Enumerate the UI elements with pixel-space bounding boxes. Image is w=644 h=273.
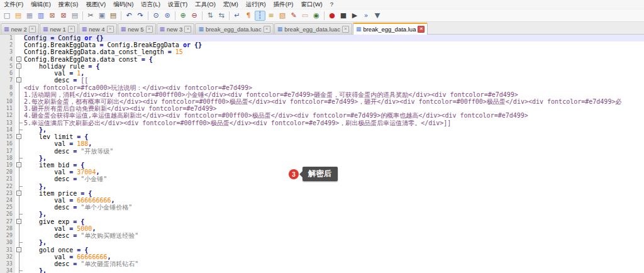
- code-line[interactable]: 33 desc = "单次砸蛋消耗钻石": [0, 260, 644, 267]
- open-folder-icon[interactable]: ▤: [13, 11, 24, 21]
- code-line[interactable]: 34 },: [0, 267, 644, 273]
- fold-collapse-icon[interactable]: -: [15, 190, 24, 197]
- indent-guide-icon[interactable]: ┆: [255, 11, 265, 21]
- menu-item-file[interactable]: 文件(F): [0, 0, 27, 9]
- menu-item-tools[interactable]: 工具(O): [191, 0, 219, 9]
- fold-collapse-icon[interactable]: -: [15, 77, 24, 84]
- fold-collapse-icon[interactable]: -: [15, 247, 24, 254]
- menu-item-language[interactable]: 语言(L): [137, 0, 164, 9]
- tab-new-4[interactable]: ▦new 4×: [79, 23, 117, 34]
- monitoring-eye-icon[interactable]: ◉: [311, 11, 322, 21]
- fold-collapse-icon[interactable]: -: [15, 218, 24, 225]
- code-line[interactable]: 25 desc = "单个小金锤价格": [0, 204, 644, 211]
- tab-break-egg-data-luac[interactable]: ▦break_egg_data.luac×: [274, 23, 352, 34]
- tab-new-3[interactable]: ▦new 3×: [157, 23, 195, 34]
- menu-item-window[interactable]: 窗口(W): [297, 0, 326, 9]
- stop-macro-icon[interactable]: ■: [338, 11, 349, 21]
- close-all-icon[interactable]: ⊠: [58, 11, 69, 21]
- code-line[interactable]: 5- holiday_rule = {: [0, 63, 644, 70]
- code-line[interactable]: 102.每次刷新金蛋，都有概率可刷出</div><div fontcolor=#…: [0, 98, 644, 105]
- tab-close-icon[interactable]: ×: [184, 26, 191, 33]
- tab-new-5[interactable]: ▦new 5×: [118, 23, 156, 34]
- tab-new-1[interactable]: ▦new 1×: [40, 23, 78, 34]
- code-line[interactable]: 135.幸运值满后下次刷新必出</div><div fontcolor=#00f…: [0, 120, 644, 126]
- editor[interactable]: 1Config = Config or {}2Config.BreakEggDa…: [0, 35, 644, 273]
- edit-pen-icon[interactable]: ✎: [289, 11, 299, 21]
- tab-close-icon[interactable]: ×: [342, 26, 349, 33]
- code-line[interactable]: 28 val = 5000,: [0, 225, 644, 232]
- save-macro-icon[interactable]: ▼: [372, 11, 383, 21]
- undo-icon[interactable]: ↶: [124, 11, 135, 21]
- play-macro-icon[interactable]: ▶: [350, 11, 360, 21]
- show-all-characters-icon[interactable]: ¶: [243, 11, 254, 21]
- run-macro-multiple-icon[interactable]: »: [361, 11, 372, 21]
- fold-collapse-icon[interactable]: -: [15, 133, 24, 140]
- menu-item-macro[interactable]: 宏(M): [219, 0, 242, 9]
- zoom-in-icon[interactable]: ⊕: [178, 11, 189, 21]
- code-line[interactable]: 7- desc = [[: [0, 77, 644, 84]
- menu-item-help[interactable]: ?: [326, 0, 337, 9]
- tab-close-icon[interactable]: ×: [264, 26, 270, 33]
- record-macro-icon[interactable]: ●: [327, 11, 338, 21]
- code-line[interactable]: 26 },: [0, 211, 644, 218]
- code-line[interactable]: 15- lev_limit = {: [0, 133, 644, 140]
- replace-icon[interactable]: ⊛: [162, 11, 173, 21]
- menu-item-view[interactable]: 视图(V): [82, 0, 109, 9]
- code-line[interactable]: 30 },: [0, 239, 644, 246]
- menu-item-run[interactable]: 运行(R): [242, 0, 270, 9]
- cut-icon[interactable]: ✂: [86, 11, 96, 21]
- fold-collapse-icon[interactable]: -: [15, 162, 24, 169]
- copy-icon[interactable]: ▣: [97, 11, 108, 21]
- code-line[interactable]: 17 desc = "开放等级": [0, 148, 644, 155]
- menu-item-encoding[interactable]: 编码(N): [109, 0, 137, 9]
- paste-icon[interactable]: ▤: [108, 11, 119, 21]
- menu-item-search[interactable]: 搜索(S): [55, 0, 82, 9]
- code-line[interactable]: 1Config = Config or {}: [0, 35, 644, 42]
- tab-new-2[interactable]: ▦new 2×: [1, 23, 39, 34]
- redo-icon[interactable]: ↷: [135, 11, 146, 21]
- tab-break-egg-data-lua[interactable]: ▦break_egg_data.lua×: [353, 23, 428, 35]
- tab-break-egg-data-luac[interactable]: ▦break_egg_data.luac×: [195, 23, 273, 34]
- tab-close-icon[interactable]: ×: [146, 26, 153, 33]
- code-line[interactable]: 6 val = 1,: [0, 70, 644, 77]
- tab-close-icon[interactable]: ×: [107, 26, 114, 33]
- code-line[interactable]: 31- gold_once = {: [0, 247, 644, 254]
- tab-close-icon[interactable]: ×: [29, 26, 36, 33]
- code-line[interactable]: 24 val = 666666666,: [0, 197, 644, 204]
- code-line[interactable]: 23- item_price = {: [0, 190, 644, 197]
- print-icon[interactable]: ▤: [70, 11, 80, 21]
- code-line[interactable]: 29 desc = "单次购买赠送经验": [0, 232, 644, 239]
- code-line[interactable]: 8<div fontcolor=#fca000>玩法说明：</div><div …: [0, 84, 644, 91]
- tab-close-icon[interactable]: ×: [68, 26, 75, 33]
- find-icon[interactable]: ⊙: [151, 11, 162, 21]
- sync-vertical-scroll-icon[interactable]: ⇅: [205, 11, 216, 21]
- tab-close-icon[interactable]: ×: [418, 26, 425, 33]
- folder-as-workspace-icon[interactable]: ▭: [300, 11, 311, 21]
- save-icon[interactable]: ▦: [25, 11, 35, 21]
- code-line[interactable]: 113.砸开所有蛋后自动免费刷新</div><div fontcolor=#e7…: [0, 105, 644, 112]
- close-icon[interactable]: ⊠: [47, 11, 58, 21]
- code-line[interactable]: 2Config.BreakEggData = Config.BreakEggDa…: [0, 42, 644, 48]
- sync-horizontal-scroll-icon[interactable]: ⇆: [216, 11, 227, 21]
- code-line[interactable]: 16 val = 188,: [0, 140, 644, 147]
- save-all-icon[interactable]: ▥: [36, 11, 47, 21]
- function-list-icon[interactable]: ≡: [266, 11, 277, 21]
- menu-item-edit[interactable]: 编辑(E): [27, 0, 55, 9]
- code-line[interactable]: 14 },: [0, 126, 644, 133]
- code-line[interactable]: 18 },: [0, 155, 644, 162]
- code-line[interactable]: 3Config.BreakEggData.data_const_length =…: [0, 48, 644, 55]
- menu-item-settings[interactable]: 设置(T): [164, 0, 191, 9]
- code-line[interactable]: 124.砸金蛋会获得幸运值,幸运值越高刷新出</div><div fontcol…: [0, 112, 644, 119]
- word-wrap-icon[interactable]: ↵: [232, 11, 243, 21]
- document-map-icon[interactable]: ▧: [277, 11, 288, 21]
- code-line[interactable]: 91.活动期间，消耗</div><div fontcolor=#00ff00>小…: [0, 91, 644, 98]
- fold-collapse-icon[interactable]: -: [15, 63, 24, 70]
- zoom-out-icon[interactable]: ⊖: [189, 11, 200, 21]
- code-line[interactable]: 27- give_exp = {: [0, 218, 644, 225]
- code-line[interactable]: 4-Config.BreakEggData.data_const = {: [0, 56, 644, 63]
- menu-item-plugins[interactable]: 插件(P): [270, 0, 297, 9]
- fold-collapse-icon[interactable]: -: [15, 56, 24, 63]
- code-line[interactable]: 32 val = 66666666,: [0, 254, 644, 260]
- new-file-icon[interactable]: □: [2, 11, 13, 21]
- code-line[interactable]: 22 },: [0, 183, 644, 190]
